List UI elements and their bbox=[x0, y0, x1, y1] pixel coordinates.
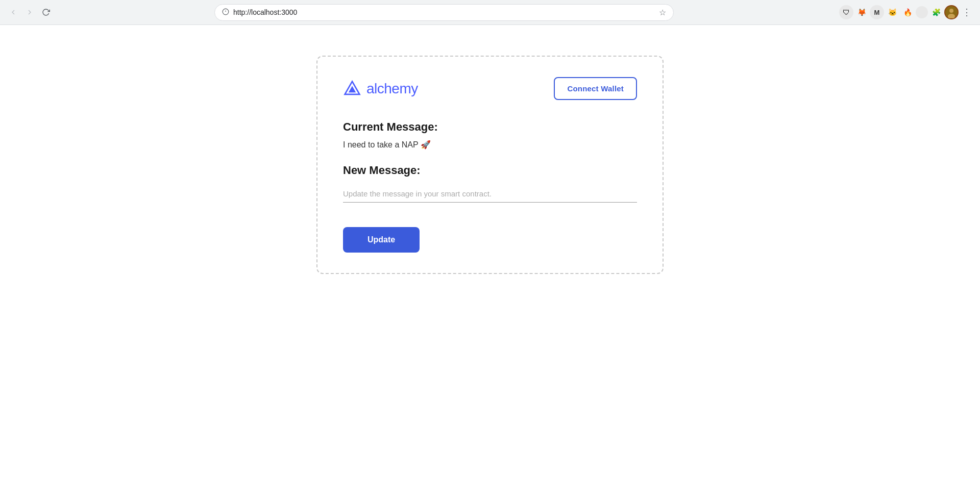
current-message-value: I need to take a NAP 🚀 bbox=[343, 140, 637, 150]
refresh-button[interactable] bbox=[39, 5, 53, 19]
svg-point-4 bbox=[949, 9, 953, 13]
forward-button[interactable] bbox=[22, 5, 37, 19]
fire-extension-icon[interactable]: 🔥 bbox=[900, 5, 915, 19]
new-message-input[interactable] bbox=[343, 185, 637, 203]
update-button[interactable]: Update bbox=[343, 227, 420, 253]
profile-icon[interactable] bbox=[944, 5, 959, 19]
lock-icon bbox=[222, 8, 229, 17]
menu-icon[interactable]: ⋮ bbox=[960, 5, 974, 19]
shield-extension-icon[interactable]: 🛡 bbox=[839, 5, 853, 19]
browser-toolbar: ☆ 🛡 🦊 M 🐱 🔥 🧩 ⋮ bbox=[0, 0, 980, 24]
browser-actions: 🛡 🦊 M 🐱 🔥 🧩 ⋮ bbox=[839, 5, 974, 19]
logo: alchemy bbox=[343, 80, 418, 98]
back-button[interactable] bbox=[6, 5, 20, 19]
puzzle-extension-icon[interactable]: 🧩 bbox=[929, 5, 943, 19]
connect-wallet-button[interactable]: Connect Wallet bbox=[554, 77, 637, 100]
logo-text: alchemy bbox=[366, 81, 418, 97]
card-header: alchemy Connect Wallet bbox=[343, 77, 637, 100]
address-bar-input[interactable] bbox=[233, 8, 655, 16]
fox-extension-icon[interactable]: 🦊 bbox=[854, 5, 869, 19]
m-extension-icon[interactable]: M bbox=[870, 5, 884, 19]
bookmark-icon[interactable]: ☆ bbox=[659, 8, 666, 17]
address-bar-container: ☆ bbox=[214, 4, 674, 21]
cat-extension-icon[interactable]: 🐱 bbox=[885, 5, 899, 19]
circle-extension-icon[interactable] bbox=[916, 6, 928, 18]
new-message-label: New Message: bbox=[343, 164, 637, 177]
main-card: alchemy Connect Wallet Current Message: … bbox=[316, 56, 664, 274]
browser-chrome: ☆ 🛡 🦊 M 🐱 🔥 🧩 ⋮ bbox=[0, 0, 980, 25]
current-message-label: Current Message: bbox=[343, 120, 637, 134]
alchemy-logo-icon bbox=[343, 80, 361, 98]
page-content: alchemy Connect Wallet Current Message: … bbox=[0, 25, 980, 498]
nav-buttons bbox=[6, 5, 53, 19]
extension-icons: 🛡 🦊 M 🐱 🔥 🧩 ⋮ bbox=[839, 5, 974, 19]
new-message-section: New Message: bbox=[343, 164, 637, 203]
current-message-section: Current Message: I need to take a NAP 🚀 bbox=[343, 120, 637, 150]
